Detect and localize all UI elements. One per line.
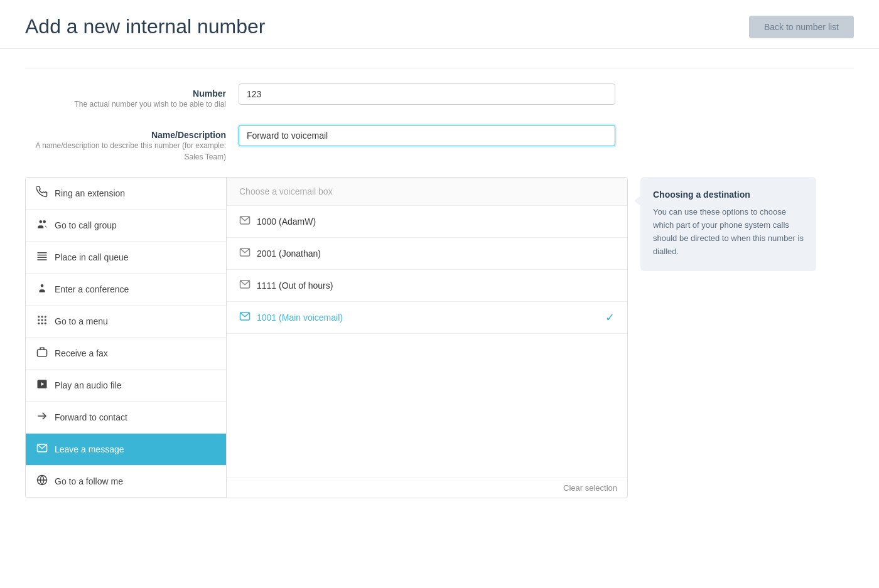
voicemail-content: Choose a voicemail box 1000 (AdamW)2001 …	[227, 178, 627, 498]
sidebar-item-conference[interactable]: Enter a conference	[26, 274, 226, 306]
number-label: Number	[25, 88, 226, 99]
page-content: Number The actual number you wish to be …	[0, 49, 879, 517]
svg-point-1	[43, 220, 46, 223]
voicemail-list: 1000 (AdamW)2001 (Jonathan)1111 (Out of …	[227, 206, 627, 478]
name-description-input[interactable]	[239, 125, 615, 146]
sidebar-item-forward-contact[interactable]: Forward to contact	[26, 402, 226, 434]
conference-icon	[36, 282, 48, 296]
sidebar-item-call-group[interactable]: Go to call group	[26, 210, 226, 242]
voicemail-icon-1111	[239, 279, 251, 292]
voicemail-icon-2001	[239, 247, 251, 260]
voicemail-icon-1000	[239, 215, 251, 228]
svg-point-7	[38, 316, 40, 318]
sidebar-item-label-follow-me: Go to a follow me	[55, 476, 123, 486]
voicemail-item-1000[interactable]: 1000 (AdamW)	[227, 206, 627, 238]
forward-contact-icon	[36, 410, 48, 424]
voicemail-check-1001: ✓	[605, 311, 615, 324]
sidebar-item-leave-message[interactable]: Leave a message	[26, 434, 226, 466]
call-group-icon	[36, 218, 48, 232]
voicemail-label-2001: 2001 (Jonathan)	[257, 249, 321, 259]
svg-point-14	[41, 323, 43, 324]
sidebar-item-audio-file[interactable]: Play an audio file	[26, 370, 226, 402]
hint-title: Choosing a destination	[653, 190, 804, 200]
voicemail-label-1001: 1001 (Main voicemail)	[257, 313, 343, 323]
svg-rect-16	[38, 350, 47, 357]
voicemail-item-2001[interactable]: 2001 (Jonathan)	[227, 238, 627, 270]
name-form-row: Name/Description A name/description to d…	[25, 125, 628, 163]
sidebar-item-ring-extension[interactable]: Ring an extension	[26, 178, 226, 210]
ring-extension-icon	[36, 186, 48, 200]
form-area: Number The actual number you wish to be …	[25, 83, 628, 162]
sidebar-item-label-call-group: Go to call group	[55, 220, 117, 230]
number-label-col: Number The actual number you wish to be …	[25, 83, 239, 110]
sidebar-item-call-queue[interactable]: Place in call queue	[26, 242, 226, 274]
audio-file-icon	[36, 378, 48, 392]
hint-text: You can use these options to choose whic…	[653, 206, 804, 258]
back-to-number-list-button[interactable]: Back to number list	[749, 16, 854, 38]
svg-rect-4	[38, 257, 47, 259]
sidebar-item-label-call-queue: Place in call queue	[55, 252, 129, 262]
name-input-col	[239, 125, 615, 146]
sidebar-item-label-leave-message: Leave a message	[55, 444, 124, 454]
sidebar-item-label-forward-contact: Forward to contact	[55, 412, 127, 422]
svg-point-6	[41, 284, 44, 287]
sidebar-item-label-menu: Go to a menu	[55, 316, 108, 326]
follow-me-icon	[36, 474, 48, 488]
svg-point-0	[40, 220, 43, 223]
sidebar-item-follow-me[interactable]: Go to a follow me	[26, 466, 226, 498]
sidebar-item-menu[interactable]: Go to a menu	[26, 306, 226, 338]
call-queue-icon	[36, 250, 48, 264]
voicemail-item-1111[interactable]: 1111 (Out of hours)	[227, 270, 627, 302]
page-title: Add a new internal number	[25, 15, 265, 38]
sidebar-item-fax[interactable]: Receive a fax	[26, 338, 226, 370]
leave-message-icon	[36, 442, 48, 456]
sidebar-item-label-audio-file: Play an audio file	[55, 380, 122, 390]
sidebar-item-label-conference: Enter a conference	[55, 284, 129, 294]
voicemail-header: Choose a voicemail box	[227, 178, 627, 206]
sidebar-item-label-ring-extension: Ring an extension	[55, 188, 125, 198]
main-area: Ring an extensionGo to call groupPlace i…	[25, 177, 854, 498]
voicemail-label-1111: 1111 (Out of hours)	[257, 281, 333, 291]
number-input[interactable]	[239, 83, 615, 105]
voicemail-item-1001[interactable]: 1001 (Main voicemail)✓	[227, 302, 627, 334]
page-header: Add a new internal number Back to number…	[0, 0, 879, 49]
name-sublabel: A name/description to describe this numb…	[36, 141, 226, 161]
fax-icon	[36, 346, 48, 360]
svg-point-13	[38, 323, 40, 324]
svg-point-9	[45, 316, 46, 318]
svg-point-10	[38, 319, 40, 321]
sidebar-item-label-fax: Receive a fax	[55, 348, 108, 358]
destination-sidebar: Ring an extensionGo to call groupPlace i…	[26, 178, 227, 498]
hint-box: Choosing a destination You can use these…	[640, 177, 816, 270]
voicemail-label-1000: 1000 (AdamW)	[257, 216, 316, 227]
name-label: Name/Description	[25, 130, 226, 140]
svg-point-8	[41, 316, 43, 318]
clear-selection-button[interactable]: Clear selection	[227, 478, 627, 498]
svg-rect-3	[38, 255, 47, 256]
svg-rect-2	[38, 252, 47, 254]
menu-icon	[36, 314, 48, 328]
name-label-col: Name/Description A name/description to d…	[25, 125, 239, 163]
svg-point-12	[45, 319, 46, 321]
destination-panel: Ring an extensionGo to call groupPlace i…	[25, 177, 628, 498]
voicemail-icon-1001	[239, 311, 251, 324]
number-sublabel: The actual number you wish to be able to…	[75, 100, 226, 109]
number-form-row: Number The actual number you wish to be …	[25, 83, 628, 110]
svg-point-15	[45, 323, 46, 324]
svg-point-11	[41, 319, 43, 321]
svg-rect-5	[38, 260, 47, 261]
number-input-col	[239, 83, 615, 105]
